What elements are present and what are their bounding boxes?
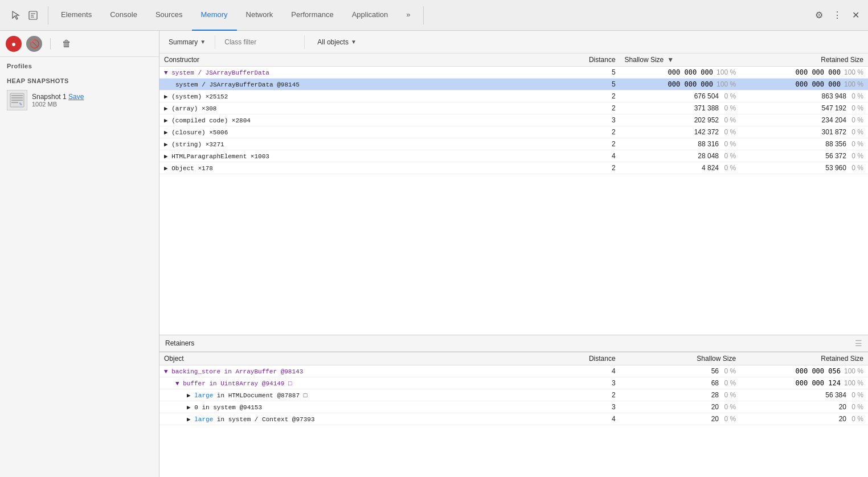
shallow-cell: 676 504 0 % xyxy=(620,91,740,102)
distance-cell: 2 xyxy=(549,138,620,150)
stop-button[interactable]: 🚫 xyxy=(26,36,42,52)
cursor-icon[interactable] xyxy=(9,9,23,22)
retained-cell: 547 192 0 % xyxy=(740,102,868,114)
constructor-cell: ▶ (string) ×3271 xyxy=(159,138,549,150)
object-cell: ▶ 0 in system @94153 xyxy=(159,401,549,413)
snapshot-item[interactable]: % Snapshot 1 Save 1002 MB xyxy=(0,87,159,114)
table-row[interactable]: system / JSArrayBufferData @98145 5 000 … xyxy=(159,79,868,91)
scrollbar-icon: ☰ xyxy=(855,339,862,348)
th-constructor: Constructor xyxy=(159,54,549,67)
class-filter-input[interactable] xyxy=(220,36,300,48)
all-objects-dropdown[interactable]: All objects ▼ xyxy=(312,36,362,48)
distance-cell: 2 xyxy=(549,162,620,174)
constructor-cell: ▶ (system) ×25152 xyxy=(159,91,549,102)
th-shallow-size[interactable]: Shallow Size ▼ xyxy=(620,54,740,67)
retainers-label: Retainers xyxy=(165,339,194,347)
tab-network[interactable]: Network xyxy=(237,0,282,31)
sort-arrow-icon: ▼ xyxy=(667,56,674,64)
retained-cell: 863 948 0 % xyxy=(740,91,868,102)
table-row[interactable]: ▼ buffer in Uint8Array @94149 □ 3 68 0 %… xyxy=(159,377,868,389)
table-row[interactable]: ▶ large in system / Context @97393 4 20 … xyxy=(159,413,868,425)
tab-more[interactable]: » xyxy=(397,0,419,31)
table-row[interactable]: ▼ backing_store in ArrayBuffer @98143 4 … xyxy=(159,365,868,377)
table-row[interactable]: ▶ (array) ×308 2 371 388 0 % 547 192 0 % xyxy=(159,102,868,114)
shallow-cell: 20 0 % xyxy=(620,401,740,413)
lower-table: Object Distance Shallow Size Retained Si… xyxy=(159,352,868,477)
nav-tabs: Elements Console Sources Memory Network … xyxy=(52,0,420,31)
settings-icon[interactable]: ⚙ xyxy=(811,7,827,23)
summary-dropdown[interactable]: Summary ▼ xyxy=(164,36,210,48)
snapshot-size: 1002 MB xyxy=(32,101,84,108)
constructor-cell: ▶ (array) ×308 xyxy=(159,102,549,114)
table-row[interactable]: ▶ (closure) ×5006 2 142 372 0 % 301 872 … xyxy=(159,126,868,138)
close-icon[interactable]: ✕ xyxy=(847,7,863,23)
shallow-cell: 000 000 000100 % xyxy=(620,79,740,91)
toolbar-divider-2 xyxy=(304,35,305,49)
distance-cell: 4 xyxy=(549,150,620,162)
retainers-table: Object Distance Shallow Size Retained Si… xyxy=(159,352,868,425)
constructor-cell: system / JSArrayBufferData @98145 xyxy=(159,79,549,91)
sidebar-divider xyxy=(50,38,51,50)
table-row[interactable]: ▼ system / JSArrayBufferData 5 000 000 0… xyxy=(159,67,868,79)
delete-button[interactable]: 🗑 xyxy=(59,36,75,52)
content-area: Summary ▼ All objects ▼ Constructor Dist… xyxy=(159,31,868,477)
svg-rect-3 xyxy=(11,97,23,98)
shallow-cell: 28 0 % xyxy=(620,389,740,401)
distance-cell: 2 xyxy=(549,126,620,138)
th-ret-retained: Retained Size xyxy=(740,352,868,365)
sidebar-toolbar: ● 🚫 🗑 xyxy=(0,31,159,57)
top-bar: Elements Console Sources Memory Network … xyxy=(0,0,868,31)
snapshot-icon: % xyxy=(7,90,27,110)
table-row[interactable]: ▶ Object ×178 2 4 824 0 % 53 960 0 % xyxy=(159,162,868,174)
table-row[interactable]: ▶ (system) ×25152 2 676 504 0 % 863 948 … xyxy=(159,91,868,102)
distance-cell: 5 xyxy=(549,67,620,79)
retained-cell: 20 0 % xyxy=(740,413,868,425)
distance-cell: 3 xyxy=(549,401,620,413)
svg-rect-4 xyxy=(11,100,23,101)
th-object: Object xyxy=(159,352,549,365)
shallow-cell: 28 048 0 % xyxy=(620,150,740,162)
retained-cell: 56 384 0 % xyxy=(740,389,868,401)
snapshot-save-link[interactable]: Save xyxy=(68,93,84,101)
table-row[interactable]: ▶ 0 in system @94153 3 20 0 % 20 0 % xyxy=(159,401,868,413)
content-toolbar: Summary ▼ All objects ▼ xyxy=(159,31,868,54)
table-row[interactable]: ▶ (string) ×3271 2 88 316 0 % 88 356 0 % xyxy=(159,138,868,150)
profiles-label: Profiles xyxy=(0,57,159,72)
distance-cell: 2 xyxy=(549,102,620,114)
distance-cell: 4 xyxy=(549,413,620,425)
distance-cell: 2 xyxy=(549,91,620,102)
distance-cell: 3 xyxy=(549,114,620,126)
sidebar: ● 🚫 🗑 Profiles HEAP SNAPSHOTS % Snapsh xyxy=(0,31,159,477)
record-button[interactable]: ● xyxy=(6,36,22,52)
retained-cell: 301 872 0 % xyxy=(740,126,868,138)
distance-cell: 3 xyxy=(549,377,620,389)
tab-console[interactable]: Console xyxy=(101,0,146,31)
heap-snapshots-label: HEAP SNAPSHOTS xyxy=(0,72,159,87)
shallow-cell: 4 824 0 % xyxy=(620,162,740,174)
th-distance: Distance xyxy=(549,54,620,67)
constructor-cell: ▶ (compiled code) ×2804 xyxy=(159,114,549,126)
tab-application[interactable]: Application xyxy=(343,0,398,31)
th-ret-distance: Distance xyxy=(549,352,620,365)
object-cell: ▶ large in system / Context @97393 xyxy=(159,413,549,425)
toolbar-divider-1 xyxy=(215,35,215,49)
distance-cell: 4 xyxy=(549,365,620,377)
distance-cell: 2 xyxy=(549,389,620,401)
tab-performance[interactable]: Performance xyxy=(282,0,342,31)
table-row[interactable]: ▶ (compiled code) ×2804 3 202 952 0 % 23… xyxy=(159,114,868,126)
retained-cell: 56 372 0 % xyxy=(740,150,868,162)
retained-cell: 234 204 0 % xyxy=(740,114,868,126)
tab-elements[interactable]: Elements xyxy=(52,0,101,31)
constructor-cell: ▶ HTMLParagraphElement ×1003 xyxy=(159,150,549,162)
retained-cell: 20 0 % xyxy=(740,401,868,413)
more-options-icon[interactable]: ⋮ xyxy=(829,7,845,23)
constructor-cell: ▼ system / JSArrayBufferData xyxy=(159,67,549,79)
table-row[interactable]: ▶ HTMLParagraphElement ×1003 4 28 048 0 … xyxy=(159,150,868,162)
tab-sources[interactable]: Sources xyxy=(146,0,192,31)
table-row[interactable]: ▶ large in HTMLDocument @87887 □ 2 28 0 … xyxy=(159,389,868,401)
all-objects-label: All objects xyxy=(317,38,349,46)
tab-memory[interactable]: Memory xyxy=(192,0,237,31)
all-objects-arrow-icon: ▼ xyxy=(351,39,357,45)
th-retained-size: Retained Size xyxy=(740,54,868,67)
inspect-icon[interactable] xyxy=(26,9,40,22)
